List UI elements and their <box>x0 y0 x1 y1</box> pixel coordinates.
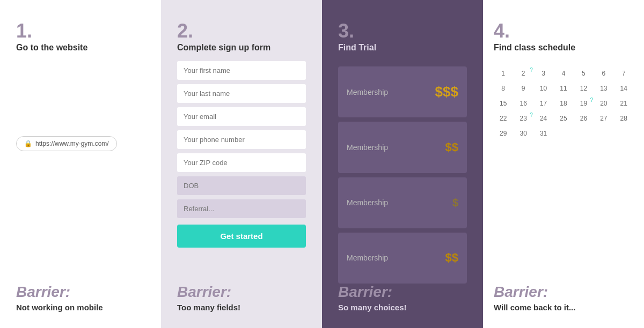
column-4: 4. Find class schedule 12?34567891011121… <box>483 0 644 328</box>
calendar-cell[interactable]: 14 <box>614 81 633 95</box>
membership-label-3: Membership <box>347 198 388 207</box>
calendar-cell[interactable]: 9 <box>514 81 532 95</box>
col4-step-title: Find class schedule <box>494 43 633 53</box>
url-text: https://www.my-gym.com/ <box>35 140 109 147</box>
membership-price-4: $$ <box>445 251 458 265</box>
calendar-cell[interactable]: 15 <box>494 96 513 110</box>
col1-step-number: 1. <box>16 21 145 41</box>
calendar-cell[interactable]: 11 <box>554 81 573 95</box>
col1-top: 1. Go to the website 🔒 https://www.my-gy… <box>16 21 145 284</box>
col4-step-number: 4. <box>494 21 633 41</box>
col3-barrier-text: So many choices! <box>338 303 467 312</box>
col2-barrier: Barrier: Too many fields! <box>177 284 306 312</box>
membership-label-1: Membership <box>347 88 388 96</box>
col3-step-number: 3. <box>338 21 467 41</box>
calendar-cell[interactable] <box>574 126 593 140</box>
calendar-cell[interactable]: 5 <box>574 66 593 80</box>
membership-price-2: $$ <box>445 140 458 154</box>
col3-step-title: Find Trial <box>338 43 467 53</box>
calendar-cell[interactable]: 24 <box>534 111 553 125</box>
calendar-cell[interactable] <box>614 126 633 140</box>
calendar-cell[interactable]: 18 <box>554 96 573 110</box>
membership-label-4: Membership <box>347 254 388 262</box>
column-3: 3. Find Trial Membership $$$ Membership … <box>322 0 483 328</box>
calendar-cell[interactable]: 2? <box>514 66 532 80</box>
email-input[interactable] <box>177 107 306 126</box>
col1-header: 1. Go to the website <box>16 21 145 53</box>
calendar-cell[interactable]: 29 <box>494 126 513 140</box>
column-2: 2. Complete sign up form Get started Bar… <box>161 0 322 328</box>
calendar-cell[interactable]: 30 <box>514 126 532 140</box>
last-name-input[interactable] <box>177 84 306 103</box>
col4-barrier: Barrier: Will come back to it... <box>494 284 633 312</box>
col1-barrier: Barrier: Not working on mobile <box>16 284 145 312</box>
calendar-cell[interactable]: 7 <box>614 66 633 80</box>
membership-list: Membership $$$ Membership $$ Membership … <box>338 66 467 284</box>
col1-step-title: Go to the website <box>16 43 145 53</box>
calendar-cell[interactable]: 26 <box>574 111 593 125</box>
calendar-cell[interactable]: 10 <box>534 81 553 95</box>
calendar-cell[interactable] <box>594 126 613 140</box>
calendar-cell[interactable]: 22 <box>494 111 513 125</box>
membership-card-3[interactable]: Membership $ <box>338 177 467 228</box>
membership-price-1: $$$ <box>435 84 458 100</box>
col2-step-number: 2. <box>177 21 306 41</box>
calendar-cell[interactable]: 17 <box>534 96 553 110</box>
calendar-cell[interactable]: 27 <box>594 111 613 125</box>
col2-barrier-label: Barrier: <box>177 284 306 301</box>
calendar-cell[interactable]: 31 <box>534 126 553 140</box>
membership-card-1[interactable]: Membership $$$ <box>338 66 467 117</box>
col2-step-title: Complete sign up form <box>177 43 306 53</box>
calendar-cell[interactable]: 16 <box>514 96 532 110</box>
col1-barrier-label: Barrier: <box>16 284 145 301</box>
calendar-cell[interactable]: 19? <box>574 96 593 110</box>
calendar-cell[interactable]: 1 <box>494 66 513 80</box>
get-started-button[interactable]: Get started <box>177 225 306 248</box>
calendar-cell[interactable]: 3 <box>534 66 553 80</box>
signup-form: Get started <box>177 61 306 284</box>
col2-header: 2. Complete sign up form <box>177 21 306 53</box>
calendar-cell[interactable]: 13 <box>594 81 613 95</box>
col4-barrier-label: Barrier: <box>494 284 633 301</box>
question-mark-icon: ? <box>590 97 594 103</box>
calendar-cell[interactable]: 25 <box>554 111 573 125</box>
col4-barrier-text: Will come back to it... <box>494 303 633 312</box>
question-mark-icon: ? <box>530 67 533 73</box>
col3-header: 3. Find Trial <box>338 21 467 53</box>
calendar-cell[interactable]: 28 <box>614 111 633 125</box>
calendar-cell[interactable]: 12 <box>574 81 593 95</box>
col3-barrier-label: Barrier: <box>338 284 467 301</box>
phone-input[interactable] <box>177 130 306 149</box>
lock-icon: 🔒 <box>24 140 32 147</box>
col2-barrier-text: Too many fields! <box>177 303 306 312</box>
first-name-input[interactable] <box>177 61 306 80</box>
calendar-cell[interactable] <box>554 126 573 140</box>
calendar-cell[interactable]: 20 <box>594 96 613 110</box>
referral-input[interactable] <box>177 199 306 218</box>
browser-bar[interactable]: 🔒 https://www.my-gym.com/ <box>16 136 117 151</box>
col3-barrier: Barrier: So many choices! <box>338 284 467 312</box>
dob-input[interactable] <box>177 176 306 195</box>
calendar-cell[interactable]: 23? <box>514 111 532 125</box>
calendar-cell[interactable]: 4 <box>554 66 573 80</box>
membership-card-2[interactable]: Membership $$ <box>338 122 467 173</box>
col1-barrier-text: Not working on mobile <box>16 303 145 312</box>
membership-card-4[interactable]: Membership $$ <box>338 233 467 284</box>
column-1: 1. Go to the website 🔒 https://www.my-gy… <box>0 0 161 328</box>
membership-label-2: Membership <box>347 143 388 152</box>
class-calendar: 12?345678910111213141516171819?20212223?… <box>494 66 633 284</box>
zip-input[interactable] <box>177 153 306 172</box>
calendar-cell[interactable]: 6 <box>594 66 613 80</box>
calendar-cell[interactable]: 21 <box>614 96 633 110</box>
calendar-cell[interactable]: 8 <box>494 81 513 95</box>
col4-header: 4. Find class schedule <box>494 21 633 53</box>
membership-price-3: $ <box>452 197 458 209</box>
question-mark-icon: ? <box>530 112 533 118</box>
